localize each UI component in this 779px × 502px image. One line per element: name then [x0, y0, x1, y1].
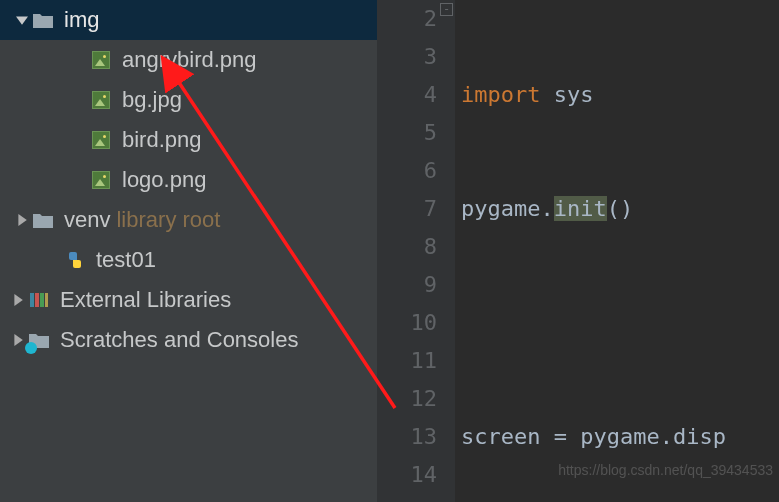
line-number: 10 — [377, 304, 437, 342]
tree-label: venv — [64, 207, 110, 233]
code-token: init — [554, 196, 607, 221]
svg-marker-0 — [16, 16, 28, 24]
watermark: https://blog.csdn.net/qq_39434533 — [558, 462, 773, 478]
tree-file[interactable]: angrybird.png — [0, 40, 377, 80]
folder-icon — [32, 209, 54, 231]
fold-marker-icon[interactable]: - — [440, 3, 453, 16]
tree-label: External Libraries — [60, 287, 231, 313]
tree-folder-venv[interactable]: venv library root — [0, 200, 377, 240]
svg-rect-6 — [45, 293, 48, 307]
code-token: sys — [540, 82, 593, 107]
line-number: 2 — [377, 0, 437, 38]
tree-label: bg.jpg — [122, 87, 182, 113]
line-number: 11 — [377, 342, 437, 380]
tree-label: test01 — [96, 247, 156, 273]
line-number: 7 — [377, 190, 437, 228]
tree-label: logo.png — [122, 167, 206, 193]
image-file-icon — [90, 49, 112, 71]
project-tree[interactable]: img angrybird.png bg.jpg bird.png logo.p… — [0, 0, 377, 502]
code-token: pygame. — [461, 196, 554, 221]
tree-file[interactable]: logo.png — [0, 160, 377, 200]
tree-label: angrybird.png — [122, 47, 257, 73]
tree-label: bird.png — [122, 127, 202, 153]
code-token: import — [461, 82, 540, 107]
svg-rect-3 — [30, 293, 34, 307]
svg-marker-2 — [14, 294, 22, 306]
svg-rect-5 — [40, 293, 44, 307]
line-number: 5 — [377, 114, 437, 152]
chevron-down-icon[interactable] — [12, 14, 32, 26]
library-root-tag: library root — [116, 207, 220, 233]
line-number: 3 — [377, 38, 437, 76]
external-libraries-icon — [28, 289, 50, 311]
tree-file[interactable]: bg.jpg — [0, 80, 377, 120]
image-file-icon — [90, 169, 112, 191]
python-file-icon — [64, 249, 86, 271]
code-editor[interactable]: - 234567891011121314 import sys pygame.i… — [377, 0, 779, 502]
line-number: 12 — [377, 380, 437, 418]
svg-marker-7 — [14, 334, 22, 346]
image-file-icon — [90, 89, 112, 111]
code-token: screen = pygame.disp — [461, 424, 726, 449]
code-area[interactable]: import sys pygame.init() screen = pygame… — [455, 0, 726, 502]
line-number: 6 — [377, 152, 437, 190]
scratches-icon — [28, 329, 50, 351]
line-number: 14 — [377, 456, 437, 494]
folder-icon — [32, 9, 54, 31]
tree-scratches[interactable]: Scratches and Consoles — [0, 320, 377, 360]
line-number: 8 — [377, 228, 437, 266]
chevron-right-icon[interactable] — [8, 294, 28, 306]
tree-label: Scratches and Consoles — [60, 327, 298, 353]
line-number: 13 — [377, 418, 437, 456]
tree-label: img — [64, 7, 99, 33]
tree-file[interactable]: bird.png — [0, 120, 377, 160]
tree-file-python[interactable]: test01 — [0, 240, 377, 280]
svg-rect-4 — [35, 293, 39, 307]
image-file-icon — [90, 129, 112, 151]
line-number: 9 — [377, 266, 437, 304]
line-number: 4 — [377, 76, 437, 114]
tree-external-libraries[interactable]: External Libraries — [0, 280, 377, 320]
chevron-right-icon[interactable] — [12, 214, 32, 226]
code-token: () — [607, 196, 634, 221]
tree-folder-img[interactable]: img — [0, 0, 377, 40]
svg-marker-1 — [18, 214, 26, 226]
line-gutter: - 234567891011121314 — [377, 0, 455, 502]
